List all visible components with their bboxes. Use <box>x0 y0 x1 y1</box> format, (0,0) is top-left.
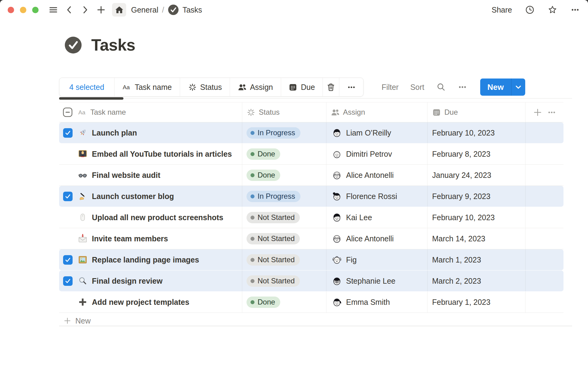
status-badge[interactable]: In Progress <box>247 191 300 202</box>
status-badge[interactable]: Not Started <box>247 233 300 244</box>
new-page-icon[interactable] <box>96 5 106 15</box>
breadcrumb-root[interactable]: General <box>131 6 158 14</box>
horizontal-scrollbar-thumb[interactable] <box>59 97 123 100</box>
delete-selected-button[interactable] <box>323 78 339 96</box>
bulk-edit-due-button[interactable]: Due <box>281 78 323 96</box>
status-badge[interactable]: Done <box>247 170 280 181</box>
task-emoji-icon <box>78 297 87 307</box>
due-date[interactable]: February 10, 2023 <box>432 213 495 222</box>
assignee-name[interactable]: Alice Antonelli <box>346 234 394 243</box>
task-title-link[interactable]: Final design review <box>92 277 163 286</box>
due-date[interactable]: March 1, 2023 <box>432 255 481 264</box>
status-spinner-icon <box>247 108 255 117</box>
selected-count-label: 4 selected <box>69 83 104 92</box>
task-title-link[interactable]: Launch plan <box>92 128 137 137</box>
table-row[interactable]: Final website audit Done Alice Antonelli… <box>59 165 564 186</box>
filter-button[interactable]: Filter <box>382 83 399 92</box>
status-badge[interactable]: Not Started <box>247 212 300 223</box>
status-badge[interactable]: Done <box>247 148 280 160</box>
task-emoji-icon <box>78 149 87 159</box>
sidebar-menu-icon[interactable] <box>48 5 58 15</box>
task-title-link[interactable]: Replace landing page images <box>92 255 199 264</box>
search-icon[interactable] <box>436 82 446 92</box>
table-row[interactable]: Replace landing page images Not Started … <box>59 249 564 270</box>
table-row[interactable]: Launch plan In Progress Liam O’Reilly Fe… <box>59 122 564 144</box>
due-date[interactable]: February 9, 2023 <box>432 192 490 201</box>
view-more-icon[interactable] <box>458 82 467 92</box>
page-check-icon[interactable] <box>64 36 82 54</box>
window-minimize-button[interactable] <box>20 7 26 13</box>
task-title-link[interactable]: Launch customer blog <box>92 192 174 201</box>
due-date[interactable]: January 24, 2023 <box>432 171 491 180</box>
due-date[interactable]: February 10, 2023 <box>432 128 495 137</box>
bulk-edit-status-button[interactable]: Status <box>180 78 230 96</box>
due-date[interactable]: March 2, 2023 <box>432 277 481 286</box>
table-row[interactable]: Final design review Not Started Stephani… <box>59 270 564 292</box>
row-checkbox[interactable] <box>63 255 73 265</box>
favorite-star-icon[interactable] <box>548 5 557 15</box>
status-badge[interactable]: Not Started <box>247 275 300 287</box>
assignee-name[interactable]: Liam O’Reilly <box>346 128 391 137</box>
task-emoji-icon <box>78 128 87 137</box>
assignee-name[interactable]: Kai Lee <box>346 213 372 222</box>
row-checkbox[interactable] <box>63 192 73 201</box>
table-row[interactable]: Launch customer blog In Progress Florenc… <box>59 186 564 207</box>
row-checkbox[interactable] <box>63 128 73 138</box>
table-row[interactable]: Invite team members Not Started Alice An… <box>59 228 564 249</box>
assignee-name[interactable]: Florence Rossi <box>346 192 397 201</box>
assignee-name[interactable]: Emma Smith <box>346 298 390 307</box>
share-button[interactable]: Share <box>492 6 512 14</box>
forward-icon[interactable] <box>80 5 90 15</box>
breadcrumb-separator: / <box>162 6 164 14</box>
topbar-actions: Share <box>492 5 580 15</box>
table-row[interactable]: Upload all new product screenshots Not S… <box>59 207 564 228</box>
add-column-button[interactable] <box>533 108 542 117</box>
task-title-link[interactable]: Upload all new product screenshots <box>92 213 223 222</box>
task-title-link[interactable]: Invite team members <box>92 234 168 243</box>
status-badge[interactable]: In Progress <box>247 127 300 139</box>
row-checkbox[interactable] <box>63 276 73 286</box>
updates-clock-icon[interactable] <box>525 5 535 15</box>
task-title-link[interactable]: Add new project templates <box>92 298 189 307</box>
page-title[interactable]: Tasks <box>91 36 135 54</box>
table-row[interactable]: Add new project templates Done Emma Smit… <box>59 292 564 313</box>
window-close-button[interactable] <box>8 7 14 13</box>
new-button-main[interactable]: New <box>480 79 511 96</box>
status-label: Not Started <box>258 255 295 264</box>
task-title-link[interactable]: Embed all YouTube tutorials in articles <box>92 150 232 159</box>
bulk-edit-task-name-button[interactable]: Aa Task name <box>115 78 180 96</box>
column-header-task-name[interactable]: Aa Task name <box>77 102 242 122</box>
column-label: Assign <box>343 108 365 117</box>
task-title-link[interactable]: Final website audit <box>92 171 160 180</box>
new-button-dropdown[interactable] <box>511 79 525 96</box>
selection-more-button[interactable] <box>339 78 363 96</box>
status-badge[interactable]: Not Started <box>247 254 300 266</box>
window-zoom-button[interactable] <box>32 7 39 13</box>
due-date[interactable]: February 8, 2023 <box>432 150 490 159</box>
due-date[interactable]: March 14, 2023 <box>432 234 485 243</box>
column-header-status[interactable]: Status <box>242 102 326 122</box>
back-icon[interactable] <box>64 5 74 15</box>
column-header-due[interactable]: Due <box>427 102 525 122</box>
assignee-name[interactable]: Dimitri Petrov <box>346 150 392 159</box>
column-header-assign[interactable]: Assign <box>326 102 427 122</box>
new-row-button[interactable]: New <box>59 313 564 329</box>
bulk-field-label: Status <box>200 83 222 92</box>
horizontal-scrollbar-track[interactable] <box>59 98 572 99</box>
due-date[interactable]: February 1, 2023 <box>432 298 490 307</box>
home-button[interactable] <box>112 3 126 17</box>
selected-count-button[interactable]: 4 selected <box>59 78 115 96</box>
sort-button[interactable]: Sort <box>410 83 424 92</box>
column-label: Task name <box>90 108 126 117</box>
bulk-edit-assign-button[interactable]: Assign <box>230 78 281 96</box>
table-row[interactable]: Embed all YouTube tutorials in articles … <box>59 144 564 165</box>
select-all-checkbox[interactable] <box>63 107 73 117</box>
status-badge[interactable]: Done <box>247 297 280 308</box>
more-options-icon[interactable] <box>570 5 580 15</box>
assignee-name[interactable]: Stephanie Lee <box>346 277 395 286</box>
assignee-name[interactable]: Fig <box>346 255 357 264</box>
assignee-name[interactable]: Alice Antonelli <box>346 171 394 180</box>
breadcrumb-page[interactable]: Tasks <box>183 6 202 14</box>
text-icon: Aa <box>123 83 131 92</box>
table-options-button[interactable] <box>547 108 556 117</box>
